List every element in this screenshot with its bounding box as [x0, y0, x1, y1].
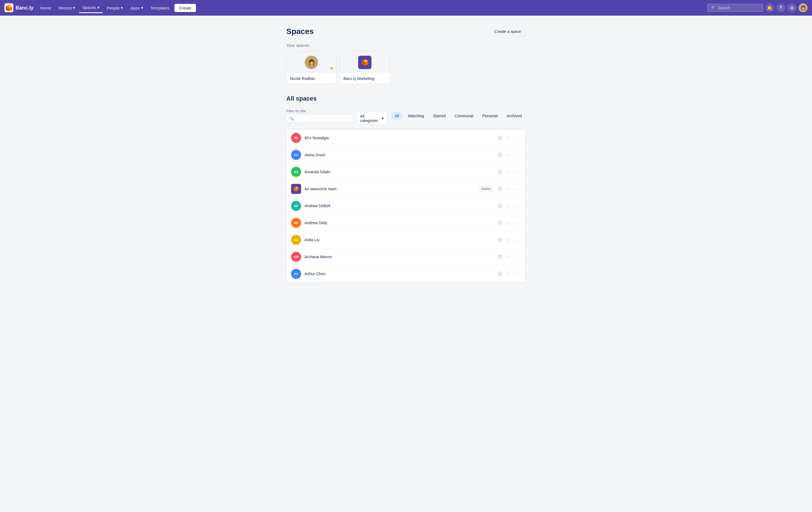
filter-label: Filter by title — [286, 109, 353, 113]
svg-point-26 — [499, 273, 501, 275]
svg-point-16 — [499, 188, 501, 190]
star-icon[interactable]: ☆ — [505, 135, 512, 141]
create-button[interactable]: Create — [174, 4, 196, 12]
star-icon[interactable]: ☆ — [505, 237, 512, 243]
your-spaces-section: Your spaces 👩 ★ Nicole Radlow — [286, 43, 526, 84]
filter-category-label — [356, 107, 387, 111]
space-row[interactable]: AG Alana Grant ☆ ··· — [287, 146, 525, 163]
watch-icon[interactable] — [496, 135, 503, 141]
space-row[interactable]: AC Arthur Chen ☆ ··· — [287, 266, 525, 282]
more-icon[interactable]: ··· — [514, 253, 521, 260]
brand-logo[interactable]: Banc.ly — [4, 3, 33, 12]
space-name: An awesome team — [304, 187, 475, 191]
svg-point-11 — [498, 170, 502, 174]
watch-icon[interactable] — [496, 203, 503, 209]
space-name: Anita Liu — [304, 238, 493, 242]
nav-home[interactable]: Home — [37, 3, 55, 12]
star-icon[interactable]: ☆ — [505, 168, 512, 175]
space-row[interactable]: AL Anita Liu ☆ ··· — [287, 232, 525, 248]
filter-tabs: All Watching Starred Communal Personal A… — [391, 112, 526, 120]
space-row[interactable]: AD Andrew Dildy ☆ ··· — [287, 215, 525, 232]
create-space-button[interactable]: Create a space — [490, 27, 526, 36]
nav-recent[interactable]: Recent ▾ — [55, 3, 79, 12]
star-icon[interactable]: ☆ — [505, 253, 512, 260]
space-row[interactable]: AG Amanda Gitahi ☆ ··· — [287, 163, 525, 181]
more-icon[interactable]: ··· — [514, 270, 521, 277]
search-box[interactable]: 🔍 — [707, 4, 763, 12]
nav-people[interactable]: People ▾ — [104, 3, 126, 12]
svg-point-10 — [499, 154, 501, 156]
space-card-icon — [358, 56, 372, 69]
your-spaces-label: Your spaces — [286, 43, 526, 48]
tab-personal[interactable]: Personal — [478, 112, 501, 120]
space-avatar: AL — [291, 235, 301, 245]
space-row-actions: ☆ ··· — [496, 203, 521, 209]
tab-communal[interactable]: Communal — [451, 112, 477, 120]
watch-icon[interactable] — [496, 270, 503, 277]
more-icon[interactable]: ··· — [514, 152, 521, 158]
watch-icon[interactable] — [496, 219, 503, 226]
watch-icon[interactable] — [496, 237, 503, 243]
more-icon[interactable]: ··· — [514, 219, 521, 226]
watch-icon[interactable] — [496, 253, 503, 260]
more-icon[interactable]: ··· — [514, 186, 521, 192]
space-card-nicole[interactable]: 👩 ★ Nicole Radlow — [286, 51, 337, 84]
svg-point-20 — [499, 222, 501, 224]
star-icon[interactable]: ☆ — [505, 270, 512, 277]
nav-right: 🔍 🔔 ? ⚙ 👩 — [707, 3, 808, 12]
logo-icon — [4, 3, 13, 12]
star-icon[interactable]: ☆ — [505, 219, 512, 226]
space-row[interactable]: 9N 90's Nostalgia ☆ ··· — [287, 130, 525, 146]
space-tag: teams — [479, 186, 493, 192]
watch-icon[interactable] — [496, 186, 503, 192]
more-icon[interactable]: ··· — [514, 135, 521, 141]
space-name: Andrew Dildy — [304, 221, 493, 225]
tab-watching[interactable]: Watching — [404, 112, 428, 120]
space-row[interactable]: AM Archana Menon ☆ ··· — [287, 248, 525, 266]
category-select[interactable]: All categories ▾ — [356, 112, 387, 125]
space-avatar: AD — [291, 218, 301, 228]
chevron-down-icon: ▾ — [141, 5, 143, 10]
watch-icon[interactable] — [496, 152, 503, 158]
tab-all[interactable]: All — [391, 112, 403, 120]
watch-icon[interactable] — [496, 168, 503, 175]
space-row[interactable]: An awesome team teams ☆ ··· — [287, 181, 525, 197]
tab-archived[interactable]: Archived — [503, 112, 526, 120]
notification-button[interactable]: 🔔 — [765, 3, 774, 12]
more-icon[interactable]: ··· — [514, 203, 521, 209]
space-avatar: AM — [291, 252, 301, 262]
your-spaces-grid: 👩 ★ Nicole Radlow Ba — [286, 51, 526, 84]
svg-point-19 — [498, 221, 502, 225]
filter-search[interactable]: 🔍 — [286, 114, 353, 123]
space-card-name: Nicole Radlow — [287, 74, 336, 84]
help-button[interactable]: ? — [776, 3, 785, 12]
more-icon[interactable]: ··· — [514, 237, 521, 243]
search-input[interactable] — [718, 6, 759, 10]
space-card-name: Banc.ly Marketing — [340, 74, 389, 84]
all-spaces-title: All spaces — [286, 95, 526, 102]
space-row-actions: ☆ ··· — [496, 135, 521, 141]
chevron-down-icon: ▾ — [97, 5, 99, 10]
star-icon[interactable]: ☆ — [505, 186, 512, 192]
space-card-header: 👩 ★ — [287, 51, 336, 74]
svg-point-25 — [498, 272, 502, 276]
space-avatar: AD — [291, 201, 301, 211]
settings-button[interactable]: ⚙ — [787, 3, 796, 12]
space-name: 90's Nostalgia — [304, 136, 493, 140]
star-icon[interactable]: ☆ — [505, 152, 512, 158]
nav-spaces[interactable]: Spaces ▾ — [79, 3, 103, 13]
user-avatar[interactable]: 👩 — [799, 3, 808, 12]
tab-starred[interactable]: Starred — [429, 112, 450, 120]
svg-point-7 — [498, 136, 502, 140]
space-row[interactable]: AD Andrew DeBell ☆ ··· — [287, 197, 525, 215]
more-icon[interactable]: ··· — [514, 168, 521, 175]
star-icon[interactable]: ☆ — [505, 203, 512, 209]
nav-apps[interactable]: Apps ▾ — [127, 3, 146, 12]
search-icon: 🔍 — [711, 6, 716, 10]
nav-templates[interactable]: Templates — [147, 3, 173, 12]
space-card-avatar: 👩 — [305, 56, 318, 69]
filter-input[interactable] — [295, 116, 350, 120]
svg-point-18 — [499, 205, 501, 207]
space-row-actions: ☆ ··· — [496, 186, 521, 192]
space-card-bancly-marketing[interactable]: Banc.ly Marketing — [340, 51, 390, 84]
